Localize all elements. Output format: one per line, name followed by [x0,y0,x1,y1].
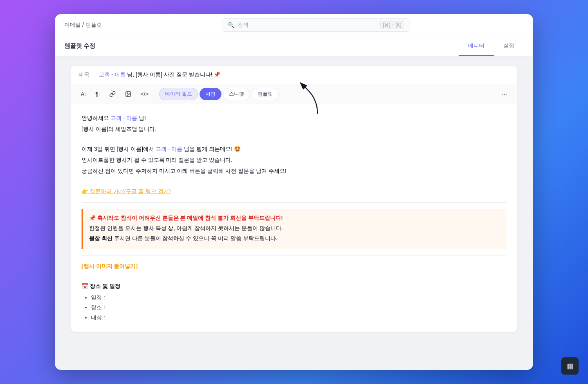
email-body: 안녕하세요 고객 - 이름 님! [행사 이름]의 세일즈맵 입니다. 이제 3… [71,104,517,332]
template-button[interactable]: 템플릿 [252,88,279,100]
page-title: 템플릿 수정 [64,42,459,50]
divider-1 [82,202,506,203]
link-icon [109,91,116,97]
link-line: 👉 질문하러 가기(구글 폼 링크 걸기) [82,187,506,196]
question-link[interactable]: 👉 질문하러 가기(구글 폼 링크 걸기) [82,188,171,194]
notice-block: 📌 혹시라도 참석이 어려우신 분들은 본 메일에 참석 불가 회신을 부탁드립… [82,209,506,248]
search-placeholder: 검색 [238,22,377,29]
venue-list: 일정 : 장소 : 대상 : [82,293,506,322]
link-button[interactable] [105,89,120,100]
subject-main: 님, [행사 이름] 사전 질문 받습니다! 📌 [127,71,220,78]
greeting-line: 안녕하세요 고객 - 이름 님! [82,114,506,123]
question-line: 궁금하신 점이 있다면 주저하지 마시고 아래 버튼을 클릭해 사전 질문을 남… [82,167,506,176]
intro-line: [행사 이름]의 세일즈맵 입니다. [82,125,506,134]
main-content: 제목 고객 - 이름 님, [행사 이름] 사전 질문 받습니다! 📌 A: ¶… [55,56,533,370]
tab-editor[interactable]: 에디터 [459,36,494,56]
editor-card: 제목 고객 - 이름 님, [행사 이름] 사전 질문 받습니다! 📌 A: ¶… [71,66,517,332]
venue-title: 📅 장소 및 일정 [82,282,506,291]
subject-row: 제목 고객 - 이름 님, [행사 이름] 사전 질문 받습니다! 📌 [71,66,517,84]
header: 이메일 / 템플릿 🔍 검색 [⌘] + [K] [55,14,533,36]
toolbar-separator [156,90,156,98]
venue-item-target: 대상 : [91,313,506,322]
notice-bold: 혹시라도 참석이 어려우신 분들은 본 메일에 참석 불가 회신을 부탁드립니다… [97,215,283,221]
subheader: 템플릿 수정 에디터 설정 [55,36,533,56]
notice-line3: 불참 회신 주시면 다른 분들이 참석하실 수 있으니 꼭 미리 말씀 부탁드립… [89,234,500,243]
subject-label: 제목 [78,71,93,78]
divider-2 [82,255,506,255]
tab-settings[interactable]: 설정 [494,36,524,56]
bottom-bar: ▦ [561,357,579,375]
bottom-icon-button[interactable]: ▦ [561,357,579,375]
search-shortcut: [⌘] + [K] [380,21,404,29]
data-field-button[interactable]: 데이터 필드 [159,88,198,100]
notice-bold-2: 불참 회신 [89,235,113,241]
greeting-highlight: 고객 - 이름 [111,115,137,121]
search-bar[interactable]: 🔍 검색 [⌘] + [K] [222,18,410,32]
image-button[interactable] [121,89,135,100]
venue-item-schedule: 일정 : [91,293,506,302]
venue-item-location: 장소 : [91,302,506,312]
tabs: 에디터 설정 [459,36,524,56]
paragraph-button[interactable]: ¶: [91,89,103,100]
image-icon [125,91,131,97]
subject-highlight: 고객 - 이름 [99,71,125,78]
image-placeholder: [행사 이미지 붙여넣기] [82,262,506,271]
more-button[interactable]: ⋯ [498,87,511,101]
toolbar: A: ¶: </> 데이터 필드 [71,84,517,104]
snippet-button[interactable]: 스니펫 [223,88,250,100]
app-window: 이메일 / 템플릿 🔍 검색 [⌘] + [K] 템플릿 수정 에디터 설정 제… [55,14,533,370]
notice-line2: 한정된 인원을 모시는 행사 특성 상, 아쉽게 참석하지 못하시는 분들이 많… [89,224,500,233]
code-button[interactable]: </> [137,89,152,100]
subject-value: 고객 - 이름 님, [행사 이름] 사전 질문 받습니다! 📌 [99,71,220,78]
search-icon: 🔍 [228,22,234,28]
font-button[interactable]: A: [77,89,90,100]
signature-button[interactable]: 서명 [200,88,221,100]
breadcrumb: 이메일 / 템플릿 [64,22,102,29]
event-highlight: 고객 - 이름 [156,146,182,152]
notice-line1: 📌 혹시라도 참석이 어려우신 분들은 본 메일에 참석 불가 회신을 부탁드립… [89,214,500,223]
event-line: 이제 3일 뒤면 [행사 이름]에서 고객 - 이름 님을 뵙게 되는데요! 🤩 [82,145,506,154]
svg-point-1 [127,93,127,94]
insight-line: 인사이트풀한 행사가 될 수 있도록 미리 질문을 받고 있습니다. [82,156,506,165]
